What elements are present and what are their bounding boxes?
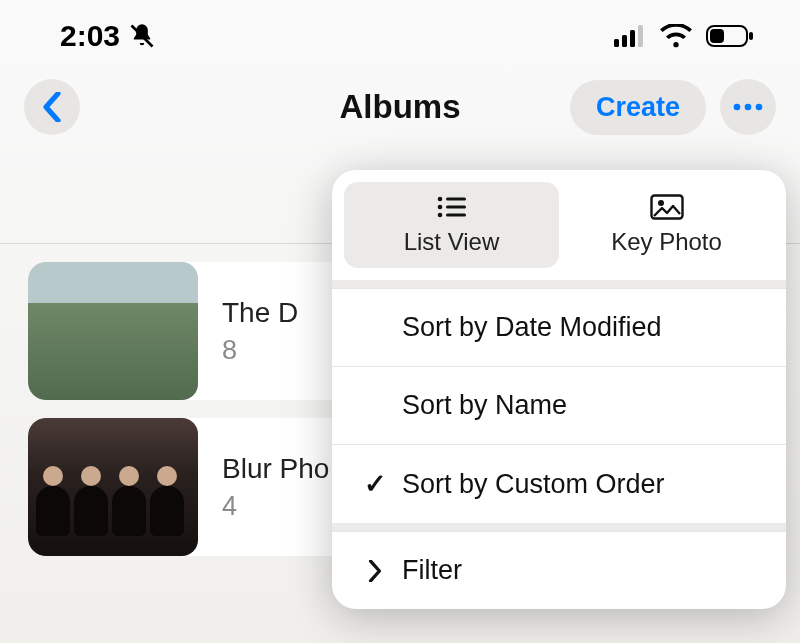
more-button[interactable] <box>720 79 776 135</box>
page-title: Albums <box>339 88 460 126</box>
menu-sort-date-modified[interactable]: Sort by Date Modified <box>332 288 786 366</box>
svg-rect-14 <box>446 206 466 209</box>
album-title: The D <box>222 297 298 329</box>
album-text: Blur Pho 4 <box>198 453 329 522</box>
status-bar: 2:03 <box>0 0 800 60</box>
svg-point-9 <box>745 104 752 111</box>
segment-list-view[interactable]: List View <box>344 182 559 268</box>
album-text: The D 8 <box>198 297 298 366</box>
svg-rect-1 <box>614 39 619 47</box>
segment-label: List View <box>344 228 559 256</box>
menu-label: Sort by Date Modified <box>402 312 662 343</box>
menu-label: Filter <box>402 555 462 586</box>
status-right <box>614 24 754 48</box>
photo-icon <box>559 192 774 222</box>
svg-rect-2 <box>622 35 627 47</box>
segment-label: Key Photo <box>559 228 774 256</box>
svg-rect-16 <box>446 214 466 217</box>
album-thumbnail <box>28 262 198 400</box>
view-segmented-control: List View Key Photo <box>332 170 786 288</box>
album-count: 8 <box>222 335 298 366</box>
svg-point-8 <box>734 104 741 111</box>
menu-filter[interactable]: Filter <box>332 531 786 609</box>
options-popover: List View Key Photo Sort by Date Modifie… <box>332 170 786 609</box>
back-button[interactable] <box>24 79 80 135</box>
album-title: Blur Pho <box>222 453 329 485</box>
navigation-bar: Albums Create <box>0 60 800 146</box>
svg-point-10 <box>756 104 763 111</box>
album-count: 4 <box>222 491 329 522</box>
chevron-right-icon <box>362 560 388 582</box>
menu-label: Sort by Name <box>402 390 567 421</box>
status-left: 2:03 <box>60 19 156 53</box>
menu-sort-custom-order[interactable]: ✓ Sort by Custom Order <box>332 444 786 531</box>
ellipsis-icon <box>732 102 764 112</box>
album-thumbnail <box>28 418 198 556</box>
svg-rect-7 <box>749 32 753 40</box>
app-root: 2:03 Albums Create <box>0 0 800 643</box>
svg-rect-12 <box>446 198 466 201</box>
svg-rect-4 <box>638 25 643 47</box>
chevron-left-icon <box>42 92 62 122</box>
svg-point-15 <box>437 213 442 218</box>
nav-right-actions: Create <box>570 79 776 135</box>
status-time: 2:03 <box>60 19 120 53</box>
svg-point-13 <box>437 205 442 210</box>
svg-rect-6 <box>710 29 724 43</box>
menu-sort-name[interactable]: Sort by Name <box>332 366 786 444</box>
cellular-icon <box>614 25 646 47</box>
segment-key-photo[interactable]: Key Photo <box>559 182 774 268</box>
svg-point-11 <box>437 197 442 202</box>
bell-silent-icon <box>128 22 156 50</box>
checkmark-icon: ✓ <box>362 468 388 500</box>
create-button[interactable]: Create <box>570 80 706 135</box>
list-icon <box>344 192 559 222</box>
menu-label: Sort by Custom Order <box>402 469 665 500</box>
wifi-icon <box>660 24 692 48</box>
svg-rect-3 <box>630 30 635 47</box>
battery-icon <box>706 24 754 48</box>
svg-point-18 <box>658 200 664 206</box>
